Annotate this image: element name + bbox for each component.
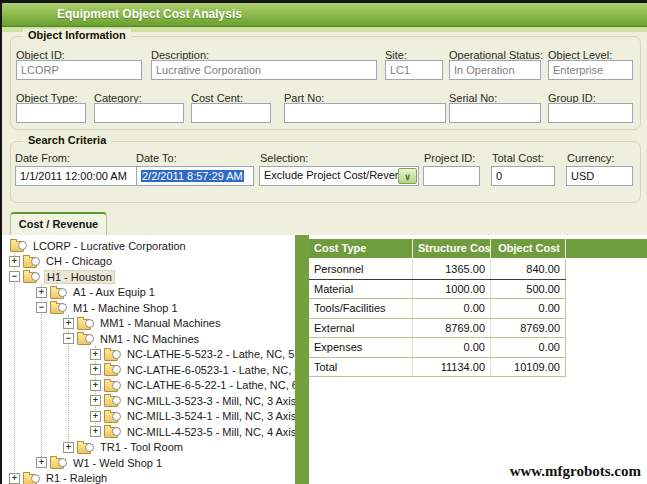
cost-value-cell: 0.00	[413, 299, 491, 318]
selection-value: Exclude Project Cost/Revenue	[264, 169, 398, 181]
expand-icon[interactable]: +	[9, 473, 20, 484]
column-header-object-cost[interactable]: Object Cost	[491, 239, 566, 258]
cost-type-cell: Tools/Facilities	[309, 299, 413, 318]
tab-cost-revenue[interactable]: Cost / Revenue	[10, 212, 107, 235]
expand-icon[interactable]: +	[90, 395, 101, 406]
project-id-field[interactable]	[423, 166, 480, 186]
category-field[interactable]	[94, 103, 184, 123]
tree-item[interactable]: +CH - Chicago	[2, 254, 295, 270]
column-header-structure-cost[interactable]: Structure Cost	[413, 239, 491, 258]
tree-item-label: NC-MILL-4-523-5 - Mill, NC, 4 Axis	[125, 426, 295, 438]
serial-no-field[interactable]	[449, 103, 541, 123]
tree-item-label: M1 - Machine Shop 1	[71, 302, 180, 314]
date-to-field[interactable]: 2/2/2011 8:57:29 AM	[136, 166, 254, 186]
cost-table-rows: Personnel1365.00840.00Material1000.00500…	[309, 260, 566, 377]
tree-item[interactable]: +NC-MILL-3-523-3 - Mill, NC, 3 Axis	[2, 393, 295, 409]
cost-table-header: Cost Type Structure Cost Object Cost	[309, 239, 647, 258]
expand-icon[interactable]: +	[90, 411, 101, 422]
tree-item[interactable]: +NC-LATHE-5-523-2 - Lathe, NC, 5 Axis	[2, 347, 295, 363]
tree-item[interactable]: +W1 - Weld Shop 1	[2, 455, 295, 471]
object-information-group: Object Information Object ID: Descriptio…	[10, 36, 641, 130]
selection-label: Selection:	[260, 152, 308, 164]
table-row[interactable]: Total11134.0010109.00	[309, 358, 566, 378]
tree-item-label: NC-MILL-3-523-3 - Mill, NC, 3 Axis	[125, 395, 295, 407]
site-field[interactable]	[385, 60, 443, 80]
folder-clock-icon	[77, 441, 94, 454]
folder-clock-icon	[104, 394, 121, 407]
cost-type-cell: Material	[309, 280, 413, 299]
cost-type-cell: Personnel	[309, 260, 413, 279]
tree-item-label: NC-LATHE-5-523-2 - Lathe, NC, 5 Axis	[125, 348, 295, 360]
table-row[interactable]: External8769.008769.00	[309, 319, 566, 339]
title-bar: Equipment Object Cost Analysis	[2, 3, 647, 27]
table-row[interactable]: Tools/Facilities0.000.00	[309, 299, 566, 319]
folder-clock-icon	[10, 239, 27, 252]
tree-item[interactable]: +R1 - Raleigh	[2, 471, 295, 484]
folder-clock-icon	[104, 410, 121, 423]
chevron-down-icon[interactable]: ∨	[398, 168, 417, 184]
folder-clock-icon	[50, 456, 67, 469]
tree-item[interactable]: +NC-LATHE-6-5-22-1 - Lathe, NC, 6 Axis	[2, 378, 295, 394]
collapse-icon[interactable]: −	[36, 302, 47, 313]
tree-item[interactable]: +A1 - Aux Equip 1	[2, 285, 295, 301]
expand-icon[interactable]: +	[90, 364, 101, 375]
currency-label: Currency:	[567, 152, 615, 164]
cost-table-panel: Cost Type Structure Cost Object Cost Per…	[309, 235, 647, 484]
cost-value-cell: 10109.00	[491, 358, 566, 377]
group-id-field[interactable]	[548, 103, 633, 123]
table-row[interactable]: Material1000.00500.00	[309, 280, 566, 300]
cost-value-cell: 0.00	[413, 338, 491, 357]
expand-icon[interactable]: +	[36, 457, 47, 468]
panel-separator[interactable]	[295, 235, 309, 484]
table-row[interactable]: Personnel1365.00840.00	[309, 260, 566, 280]
currency-field[interactable]	[566, 166, 633, 186]
tree-item[interactable]: +TR1 - Tool Room	[2, 440, 295, 456]
expand-icon[interactable]: +	[90, 426, 101, 437]
cost-cent-field[interactable]	[191, 103, 271, 123]
tree-item[interactable]: −NM1 - NC Machines	[2, 331, 295, 347]
folder-clock-icon	[50, 301, 67, 314]
tree-item[interactable]: +NC-MILL-3-524-1 - Mill, NC, 3 Axis	[2, 409, 295, 425]
expand-icon[interactable]: +	[63, 442, 74, 453]
object-id-field[interactable]	[16, 60, 142, 80]
part-no-field[interactable]	[284, 103, 446, 123]
expand-icon[interactable]: +	[63, 318, 74, 329]
object-information-title: Object Information	[23, 29, 131, 41]
date-from-label: Date From:	[15, 152, 70, 164]
object-type-field[interactable]	[16, 103, 86, 123]
date-from-field[interactable]	[15, 166, 139, 186]
object-level-field[interactable]	[548, 60, 633, 80]
tree-item[interactable]: −M1 - Machine Shop 1	[2, 300, 295, 316]
cost-value-cell: 840.00	[491, 260, 566, 279]
tree-item[interactable]: +NC-MILL-4-523-5 - Mill, NC, 4 Axis	[2, 424, 295, 440]
cost-revenue-panel: LCORP - Lucrative Corporation+CH - Chica…	[2, 235, 647, 484]
folder-clock-icon	[77, 317, 94, 330]
description-field[interactable]	[151, 60, 377, 80]
operational-status-field[interactable]	[449, 60, 541, 80]
expand-icon[interactable]: +	[36, 287, 47, 298]
window-title: Equipment Object Cost Analysis	[2, 3, 647, 26]
tree-item[interactable]: +MM1 - Manual Machines	[2, 316, 295, 332]
table-row[interactable]: Expenses0.000.00	[309, 338, 566, 358]
folder-clock-icon	[104, 379, 121, 392]
tree-item-label: H1 - Houston	[44, 270, 115, 284]
expand-icon[interactable]: +	[90, 380, 101, 391]
folder-clock-icon	[104, 348, 121, 361]
tree-item[interactable]: −H1 - Houston	[2, 269, 295, 285]
collapse-icon[interactable]: −	[63, 333, 74, 344]
collapse-icon[interactable]: −	[9, 271, 20, 282]
expand-icon[interactable]: +	[90, 349, 101, 360]
column-header-cost-type[interactable]: Cost Type	[309, 239, 413, 258]
selection-dropdown[interactable]: Exclude Project Cost/Revenue ∨	[259, 166, 419, 186]
cost-value-cell: 1365.00	[413, 260, 491, 279]
tree-item-label: TR1 - Tool Room	[98, 441, 185, 453]
tree-item-label: R1 - Raleigh	[44, 472, 109, 484]
total-cost-field[interactable]	[491, 166, 555, 186]
cost-type-cell: Total	[309, 358, 413, 377]
search-criteria-group: Search Criteria Date From: Date To: 2/2/…	[10, 141, 641, 203]
expand-icon[interactable]: +	[9, 256, 20, 267]
tree-item[interactable]: LCORP - Lucrative Corporation	[2, 238, 295, 254]
tree-item-label: NM1 - NC Machines	[98, 333, 201, 345]
tree-item[interactable]: +NC-LATHE-6-0523-1 - Lathe, NC, 6 Axis	[2, 362, 295, 378]
object-tree: LCORP - Lucrative Corporation+CH - Chica…	[2, 235, 295, 484]
